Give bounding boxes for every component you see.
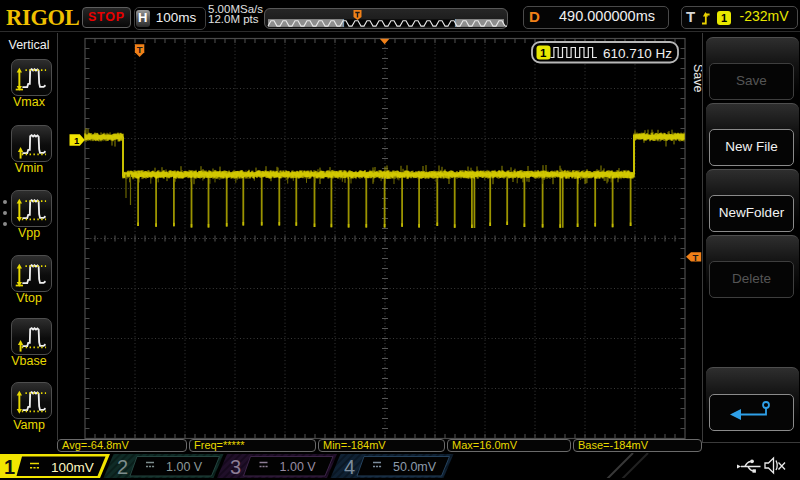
- svg-text:2: 2: [117, 456, 128, 478]
- svg-text:1: 1: [74, 135, 80, 146]
- svg-text:1: 1: [540, 47, 547, 59]
- svg-text:T: T: [137, 44, 143, 55]
- svg-text:4: 4: [344, 456, 355, 478]
- svg-text:T: T: [693, 252, 699, 263]
- svg-text:3: 3: [230, 456, 241, 478]
- svg-text:1.00 V: 1.00 V: [166, 460, 203, 474]
- svg-text:610.710 Hz: 610.710 Hz: [603, 46, 672, 61]
- svg-text:50.0mV: 50.0mV: [393, 460, 437, 474]
- svg-text:100mV: 100mV: [51, 460, 94, 475]
- svg-text:1: 1: [4, 456, 15, 478]
- svg-text:1.00 V: 1.00 V: [280, 460, 317, 474]
